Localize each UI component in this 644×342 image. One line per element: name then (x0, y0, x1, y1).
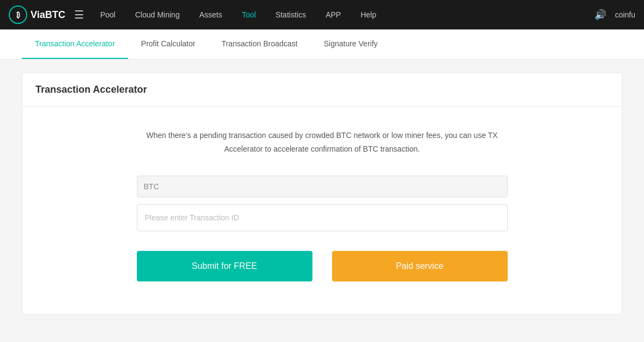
section-card: Transaction Accelerator When there's a p… (22, 73, 622, 315)
section-body: When there's a pending transaction cause… (22, 107, 622, 314)
buttons-row: Submit for FREE Paid service (137, 251, 508, 281)
paid-service-button[interactable]: Paid service (332, 251, 508, 281)
tab-transaction-accelerator[interactable]: Transaction Accelerator (22, 29, 128, 59)
user-label[interactable]: coinfu (615, 10, 635, 19)
section-title: Transaction Accelerator (22, 73, 622, 107)
nav-statistics[interactable]: Statistics (268, 0, 314, 29)
navbar: ₿ ViaBTC ☰ Pool Cloud Mining Assets Tool… (0, 0, 644, 29)
description-text: When there's a pending transaction cause… (137, 129, 508, 156)
nav-assets[interactable]: Assets (191, 0, 230, 29)
nav-cloud-mining[interactable]: Cloud Mining (128, 0, 188, 29)
input-group: BTC (137, 176, 508, 231)
tab-profit-calculator[interactable]: Profit Calculator (128, 29, 209, 59)
nav-tool[interactable]: Tool (234, 0, 263, 29)
logo[interactable]: ₿ ViaBTC (9, 5, 65, 24)
svg-text:₿: ₿ (16, 11, 20, 19)
nav-help[interactable]: Help (353, 0, 384, 29)
logo-text: ViaBTC (31, 9, 65, 21)
nav-right: 🔊 coinfu (594, 9, 635, 21)
txid-input[interactable] (137, 204, 508, 231)
tab-transaction-broadcast[interactable]: Transaction Broadcast (208, 29, 311, 59)
content-wrapper: Transaction Accelerator When there's a p… (0, 59, 644, 328)
nav-app[interactable]: APP (318, 0, 348, 29)
submit-free-button[interactable]: Submit for FREE (137, 251, 312, 281)
hamburger-icon[interactable]: ☰ (74, 8, 84, 21)
sound-icon[interactable]: 🔊 (594, 9, 606, 21)
nav-pool[interactable]: Pool (93, 0, 123, 29)
tabs-bar: Transaction Accelerator Profit Calculato… (0, 29, 644, 59)
currency-select[interactable]: BTC (137, 176, 508, 197)
tab-signature-verify[interactable]: Signature Verify (311, 29, 391, 59)
logo-icon: ₿ (9, 5, 27, 24)
